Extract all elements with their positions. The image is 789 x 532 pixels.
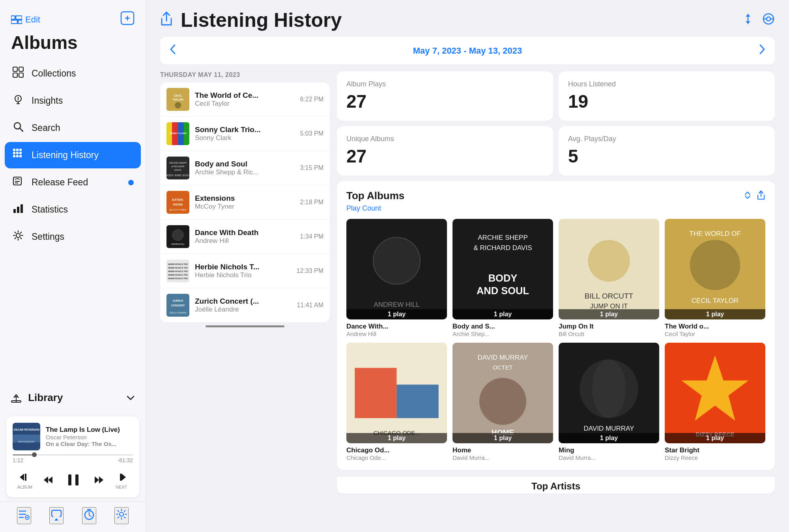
airplay-button[interactable]	[49, 507, 64, 524]
album-card-8[interactable]: DIZZY REECE 1 play Star Bright Dizzy Ree…	[665, 343, 765, 461]
history-item[interactable]: SONNY CLARK Sonny Clark Trio... Sonny Cl…	[160, 117, 330, 151]
sidebar-item-release-feed[interactable]: Release Feed	[5, 169, 141, 196]
history-item-title-3: Body and Soul	[195, 160, 294, 168]
history-item-artist-6: Herbie Nichols Trio	[195, 271, 291, 279]
svg-text:SIONS: SIONS	[173, 203, 183, 206]
svg-text:BILL ORCUTT: BILL ORCUTT	[585, 292, 634, 300]
svg-point-64	[767, 17, 770, 21]
album-plays-card: Album Plays 27	[337, 71, 553, 121]
album-card-3[interactable]: BILL ORCUTT JUMP ON IT 1 play Jump On It…	[559, 219, 659, 337]
history-item-time-2: 5:03 PM	[300, 130, 323, 137]
album-card-1[interactable]: ANDREW HILL 1 play Dance With... Andrew …	[346, 219, 447, 337]
history-item-info-7: Zurich Concert (... Joëlle Léandre	[195, 297, 291, 314]
svg-rect-10	[19, 73, 23, 77]
history-item[interactable]: CECIL TAYLOR The World of Ce... Cecil Ta…	[160, 82, 330, 117]
rewind-button[interactable]	[42, 473, 55, 487]
stats-panel: Album Plays 27 Hours Listened 19 Unique …	[337, 71, 775, 525]
svg-rect-3	[18, 20, 22, 24]
library-header[interactable]: Library	[11, 392, 135, 404]
scroll-indicator	[206, 325, 284, 327]
album-card-2[interactable]: ARCHIE SHEPP & RICHARD DAVIS BODY AND SO…	[452, 219, 553, 337]
history-item-title-2: Sonny Clark Trio...	[195, 125, 294, 134]
album-art-4: EXTEN- SIONS McCOY TYNER	[166, 191, 189, 214]
svg-text:& RICHARD DAVIS: & RICHARD DAVIS	[474, 244, 532, 252]
svg-rect-24	[13, 155, 15, 157]
svg-rect-116	[355, 368, 396, 418]
next-period-button[interactable]	[759, 44, 765, 57]
sort-button[interactable]	[742, 13, 754, 28]
album-card-6[interactable]: DAVID MURRAY OCTET HOME 1 play Home Davi…	[452, 343, 553, 461]
svg-marker-46	[99, 476, 103, 483]
sidebar-nav: Collections Insights	[0, 60, 146, 385]
album-card-7[interactable]: DAVID MURRAY 1 play Ming David Murra...	[559, 343, 659, 461]
album-title-5: Chicago Od...	[346, 446, 447, 454]
top-albums-expand-button[interactable]	[743, 191, 752, 201]
album-cover-5: CHICAGO ODE... 1 play	[346, 343, 447, 443]
progress-bar[interactable]: 1:12 -61:32	[13, 454, 133, 463]
svg-rect-30	[13, 209, 16, 213]
share-button[interactable]	[160, 11, 173, 29]
stats-row-1: Album Plays 27 Hours Listened 19	[337, 71, 775, 121]
svg-text:CONCERT: CONCERT	[171, 304, 185, 307]
album-plays-label: Album Plays	[346, 80, 544, 88]
svg-line-17	[20, 128, 23, 131]
insights-label: Insights	[32, 95, 63, 106]
svg-text:DAVIS: DAVIS	[174, 169, 181, 171]
svg-point-108	[588, 240, 630, 282]
svg-text:BODY AND SOUL: BODY AND SOUL	[166, 174, 189, 177]
filter-button[interactable]	[762, 13, 775, 28]
history-item[interactable]: ARCHIE SHEPP & RICHARD DAVIS BODY AND SO…	[160, 151, 330, 185]
svg-text:ARCHIE SHEPP: ARCHIE SHEPP	[169, 162, 187, 164]
edit-button[interactable]: Edit	[11, 15, 40, 25]
album-cover-4: THE WORLD OF CECIL TAYLOR 1 play	[665, 219, 765, 319]
svg-text:HERBIE NICHOLS TRIO: HERBIE NICHOLS TRIO	[168, 263, 188, 265]
svg-rect-18	[13, 149, 15, 151]
svg-text:HERBIE NICHOLS TRIO: HERBIE NICHOLS TRIO	[168, 271, 188, 273]
history-item-artist-1: Cecil Taylor	[195, 100, 294, 108]
sidebar-item-statistics[interactable]: Statistics	[5, 196, 141, 223]
album-cover-3: BILL ORCUTT JUMP ON IT 1 play	[559, 219, 659, 319]
sidebar-item-settings[interactable]: Settings	[5, 224, 141, 250]
history-item-title-1: The World of Ce...	[195, 91, 294, 100]
history-list: CECIL TAYLOR The World of Ce... Cecil Ta…	[160, 82, 330, 322]
svg-rect-23	[19, 152, 22, 154]
fast-forward-button[interactable]	[92, 473, 105, 487]
add-button[interactable]	[120, 11, 135, 28]
history-item[interactable]: ANDREW HILL Dance With Death Andrew Hill…	[160, 220, 330, 254]
history-item[interactable]: HERBIE NICHOLS TRIO HERBIE NICHOLS TRIO …	[160, 254, 330, 288]
avg-plays-value: 5	[568, 146, 765, 167]
play-pause-button[interactable]	[65, 471, 82, 489]
hours-listened-card: Hours Listened 19	[559, 71, 775, 121]
album-title-1: Dance With...	[346, 323, 447, 330]
album-artist-4: Cecil Taylor	[665, 330, 765, 337]
skip-to-next-button[interactable]: NEXT	[115, 470, 128, 489]
sidebar-item-insights[interactable]: Insights	[5, 88, 141, 114]
svg-marker-41	[44, 476, 48, 483]
svg-text:DAVID MURRAY: DAVID MURRAY	[584, 425, 634, 432]
svg-point-112	[690, 240, 740, 290]
svg-text:SONNY CLARK: SONNY CLARK	[169, 132, 187, 134]
sidebar-item-search[interactable]: Search	[5, 115, 141, 141]
album-card-4[interactable]: THE WORLD OF CECIL TAYLOR 1 play The Wor…	[665, 219, 765, 337]
timer-button[interactable]	[82, 507, 96, 524]
album-artist-6: David Murra...	[452, 454, 553, 461]
hours-listened-label: Hours Listened	[568, 80, 765, 88]
history-item-artist-5: Andrew Hill	[195, 237, 294, 245]
svg-point-100	[373, 237, 420, 284]
skip-to-album-button[interactable]: ALBUM	[17, 470, 32, 489]
svg-point-59	[120, 512, 123, 516]
now-playing-card: OSCAR PETERSON ON A CLEAR DAY The Lamp I…	[6, 416, 139, 497]
album-card-5[interactable]: CHICAGO ODE... 1 play Chicago Od... Chic…	[346, 343, 447, 461]
page-title: Listening History	[181, 9, 342, 32]
history-item[interactable]: EXTEN- SIONS McCOY TYNER Extensions McCo…	[160, 185, 330, 220]
sidebar-item-collections[interactable]: Collections	[5, 60, 141, 87]
prev-period-button[interactable]	[170, 44, 176, 57]
top-albums-share-button[interactable]	[757, 190, 765, 202]
settings-bottom-button[interactable]	[114, 507, 129, 524]
play-count-1: 1 play	[346, 309, 447, 319]
queue-button[interactable]	[17, 507, 31, 524]
svg-rect-44	[75, 474, 79, 485]
sidebar-item-listening-history[interactable]: Listening History	[5, 142, 141, 168]
album-title-3: Jump On It	[559, 323, 659, 330]
history-item[interactable]: ZURICH CONCERT JOËLLE LÉANDRE Zurich Con…	[160, 288, 330, 322]
